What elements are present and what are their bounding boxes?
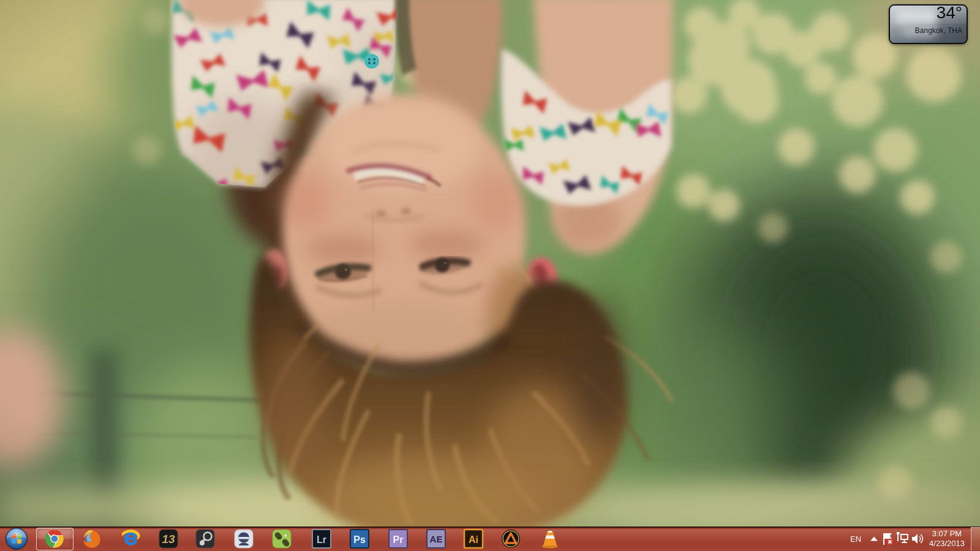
svg-text:AE: AE <box>430 534 443 544</box>
svg-text:Ai: Ai <box>469 534 478 545</box>
svg-text:EN: EN <box>850 534 861 544</box>
svg-text:Ps: Ps <box>353 534 366 545</box>
svg-text:Pr: Pr <box>393 534 404 545</box>
svg-text:Lr: Lr <box>317 534 326 545</box>
svg-text:13: 13 <box>162 533 175 545</box>
